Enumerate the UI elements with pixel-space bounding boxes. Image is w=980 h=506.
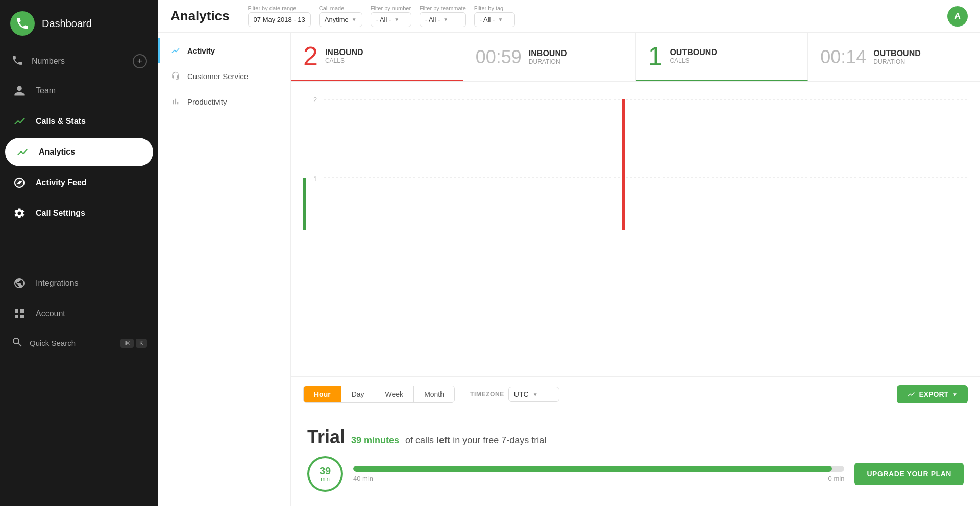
sidebar-item-team[interactable]: Team <box>0 75 158 106</box>
inbound-bar <box>622 99 625 230</box>
filter-teammate[interactable]: Filter by teammate - All - ▼ <box>420 5 466 27</box>
chart-wave-icon <box>170 45 181 56</box>
filter-teammate-select[interactable]: - All - ▼ <box>420 12 466 27</box>
filter-date-label: Filter by date range <box>248 5 311 11</box>
filter-teammate-value: - All - <box>425 16 440 23</box>
trial-minutes: 39 minutes <box>351 435 399 446</box>
chart-y-label-2: 2 <box>313 96 317 104</box>
filter-date-range[interactable]: Filter by date range 07 May 2018 - 13 <box>248 5 311 27</box>
lightning-icon <box>11 174 28 191</box>
chevron-down-icon3: ▼ <box>443 17 448 22</box>
sidebar-item-integrations[interactable]: Integrations <box>0 268 158 298</box>
subnav-productivity-label: Productivity <box>187 97 227 106</box>
chart-area: 2 INBOUND CALLS 00:59 INBOUND DURATION 1 <box>291 33 980 506</box>
filter-number-select[interactable]: - All - ▼ <box>371 12 411 27</box>
time-btn-week[interactable]: Week <box>375 386 414 402</box>
timezone-value: UTC <box>514 390 529 398</box>
add-number-button[interactable]: + <box>133 54 147 68</box>
time-btn-hour[interactable]: Hour <box>304 386 341 402</box>
keyboard-shortcut: ⌘ K <box>120 339 147 348</box>
filter-call-select[interactable]: Anytime ▼ <box>319 12 362 27</box>
sidebar-nav: Numbers + Team Calls & Stats Analytics <box>0 47 158 506</box>
sidebar-item-calls-stats[interactable]: Calls & Stats <box>0 106 158 137</box>
sidebar-item-call-settings[interactable]: Call Settings <box>0 198 158 229</box>
stat-inbound-duration[interactable]: 00:59 INBOUND DURATION <box>463 33 636 81</box>
sidebar-item-label-numbers: Numbers <box>32 57 65 66</box>
subnav-customer-service-label: Customer Service <box>187 72 248 81</box>
filter-number[interactable]: Filter by number - All - ▼ <box>371 5 411 27</box>
filter-date-select[interactable]: 07 May 2018 - 13 <box>248 12 311 27</box>
trial-section: Trial 39 minutes of calls left in your f… <box>291 412 980 506</box>
filter-tag-label: Filter by tag <box>474 5 515 11</box>
sidebar-item-numbers[interactable]: Numbers + <box>0 47 158 75</box>
subnav-customer-service[interactable]: Customer Service <box>158 63 290 89</box>
topbar: Analytics Filter by date range 07 May 20… <box>158 0 980 33</box>
activity-chart: 2 1 <box>303 92 968 240</box>
sidebar-item-activity-feed[interactable]: Activity Feed <box>0 167 158 198</box>
chart-wrapper: 2 1 <box>291 82 980 376</box>
content-area: Activity Customer Service Productivity 2 <box>158 33 980 506</box>
stats-row: 2 INBOUND CALLS 00:59 INBOUND DURATION 1 <box>291 33 980 82</box>
sidebar-item-label-activity: Activity Feed <box>36 178 87 187</box>
main-content: Analytics Filter by date range 07 May 20… <box>158 0 980 506</box>
sidebar-item-label-settings: Call Settings <box>36 209 85 218</box>
outbound-bar <box>303 178 306 230</box>
sidebar-item-analytics[interactable]: Analytics <box>5 138 153 166</box>
chart-controls: Hour Day Week Month TIMEZONE UTC ▼ EXPOR… <box>291 376 980 412</box>
outbound-duration-labels: OUTBOUND DURATION <box>873 49 920 65</box>
outbound-calls-number: 1 <box>648 43 663 69</box>
filter-tag-select[interactable]: - All - ▼ <box>474 12 515 27</box>
stat-outbound-calls[interactable]: 1 OUTBOUND CALLS <box>636 33 808 81</box>
trial-text-middle: of calls left in your free 7-days trial <box>405 435 546 446</box>
key-k: K <box>136 339 147 348</box>
upgrade-button[interactable]: UPGRADE YOUR PLAN <box>854 463 964 485</box>
chart-y-label-1: 1 <box>313 175 317 183</box>
subnav-activity[interactable]: Activity <box>158 38 290 63</box>
bar-chart-icon <box>170 96 181 107</box>
logo-area[interactable]: Dashboard <box>0 0 158 47</box>
topbar-right: A <box>947 6 968 27</box>
outbound-duration-sub: DURATION <box>873 58 920 65</box>
trial-label-left: 40 min <box>353 475 373 483</box>
team-icon <box>11 83 28 99</box>
filter-number-value: - All - <box>376 16 391 23</box>
gear-icon <box>11 205 28 221</box>
time-btn-day[interactable]: Day <box>341 386 375 402</box>
chevron-down-icon: ▼ <box>352 17 357 22</box>
inbound-duration-main: INBOUND <box>529 49 567 58</box>
quick-search-label: Quick Search <box>30 339 76 347</box>
inbound-duration-number: 00:59 <box>476 48 522 66</box>
stat-outbound-duration[interactable]: 00:14 OUTBOUND DURATION <box>808 33 980 81</box>
timezone-chevron-icon: ▼ <box>533 392 538 397</box>
filter-date-value: 07 May 2018 - 13 <box>254 16 305 23</box>
sidebar: Dashboard Numbers + Team Calls & Sta <box>0 0 158 506</box>
quick-search[interactable]: Quick Search ⌘ K <box>0 329 158 357</box>
filter-call-made[interactable]: Call made Anytime ▼ <box>319 5 362 27</box>
export-chevron-icon: ▼ <box>952 392 958 397</box>
user-avatar[interactable]: A <box>947 6 968 27</box>
sidebar-item-label-calls: Calls & Stats <box>36 117 86 126</box>
subnav-productivity[interactable]: Productivity <box>158 89 290 114</box>
timezone-select[interactable]: UTC ▼ <box>508 387 559 402</box>
phone-icon <box>11 54 23 68</box>
stat-inbound-calls[interactable]: 2 INBOUND CALLS <box>291 33 463 81</box>
trial-circle-unit: min <box>321 476 330 482</box>
inbound-calls-main: INBOUND <box>325 48 363 57</box>
filter-teammate-label: Filter by teammate <box>420 5 466 11</box>
trial-circle: 39 min <box>307 456 343 492</box>
export-button[interactable]: EXPORT ▼ <box>897 385 968 403</box>
sidebar-item-account[interactable]: Account <box>0 298 158 329</box>
trial-circle-number: 39 <box>320 466 331 476</box>
logo-icon <box>10 11 35 36</box>
filter-call-value: Anytime <box>325 16 349 23</box>
filter-tag[interactable]: Filter by tag - All - ▼ <box>474 5 515 27</box>
trial-label-right: 0 min <box>828 475 845 483</box>
grid-icon <box>11 306 28 322</box>
timezone-label: TIMEZONE <box>470 391 504 398</box>
time-button-group: Hour Day Week Month <box>303 386 455 403</box>
time-btn-month[interactable]: Month <box>414 386 454 402</box>
sidebar-item-label-integrations: Integrations <box>36 279 79 288</box>
outbound-calls-labels: OUTBOUND CALLS <box>670 48 717 64</box>
outbound-calls-main: OUTBOUND <box>670 48 717 57</box>
analytics-icon <box>14 144 31 160</box>
